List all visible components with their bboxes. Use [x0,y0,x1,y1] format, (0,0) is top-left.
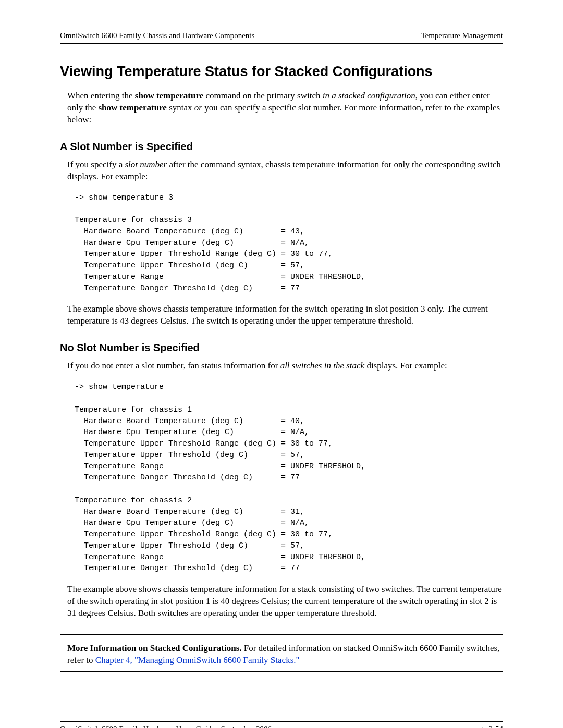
footer-guide-name: OmniSwitch 6600 Family Hardware Users Gu… [60,725,215,728]
text: syntax [167,103,194,113]
page-content: OmniSwitch 6600 Family Chassis and Hardw… [0,0,563,728]
section-heading-no-slot: No Slot Number is Specified [60,342,503,354]
footer-date: September 2006 [221,725,271,728]
command-name: show temperature [99,103,167,113]
section2-paragraph: If you do not enter a slot number, fan s… [67,360,503,372]
divider [60,634,503,635]
command-name: show temperature [135,91,203,101]
header-right: Temperature Management [421,31,503,40]
text: If you do not enter a slot number, fan s… [67,361,280,371]
note-block: More Information on Stacked Configuratio… [67,643,503,667]
header-left: OmniSwitch 6600 Family Chassis and Hardw… [60,31,254,40]
page-header: OmniSwitch 6600 Family Chassis and Hardw… [60,31,503,44]
intro-paragraph: When entering the show temperature comma… [67,90,503,126]
footer-page-number: page 2-54 [472,725,503,728]
divider [60,671,503,672]
page-footer: OmniSwitch 6600 Family Hardware Users Gu… [60,721,503,728]
text-italic: in a stacked configuration [323,91,415,101]
cross-reference-link[interactable]: Chapter 4, "Managing OmniSwitch 6600 Fam… [95,655,300,665]
section1-paragraph: If you specify a slot number after the c… [67,159,503,183]
footer-left: OmniSwitch 6600 Family Hardware Users Gu… [60,725,271,728]
section1-after-paragraph: The example above shows chassis temperat… [67,303,503,327]
text: If you specify a [67,159,125,169]
section2-after-paragraph: The example above shows chassis temperat… [67,584,503,620]
text-italic: all switches in the stack [280,361,364,371]
code-block-slot-specified: -> show temperature 3 Temperature for ch… [75,192,503,294]
text-italic: or [194,103,202,113]
note-title: More Information on Stacked Configuratio… [67,643,242,653]
code-block-no-slot: -> show temperature Temperature for chas… [75,381,503,574]
section-heading-slot-specified: A Slot Number is Specified [60,141,503,153]
page-title: Viewing Temperature Status for Stacked C… [60,64,503,80]
text: displays. For example: [364,361,447,371]
text: When entering the [67,91,135,101]
text-italic: slot number [125,159,167,169]
text: command on the primary switch [203,91,323,101]
